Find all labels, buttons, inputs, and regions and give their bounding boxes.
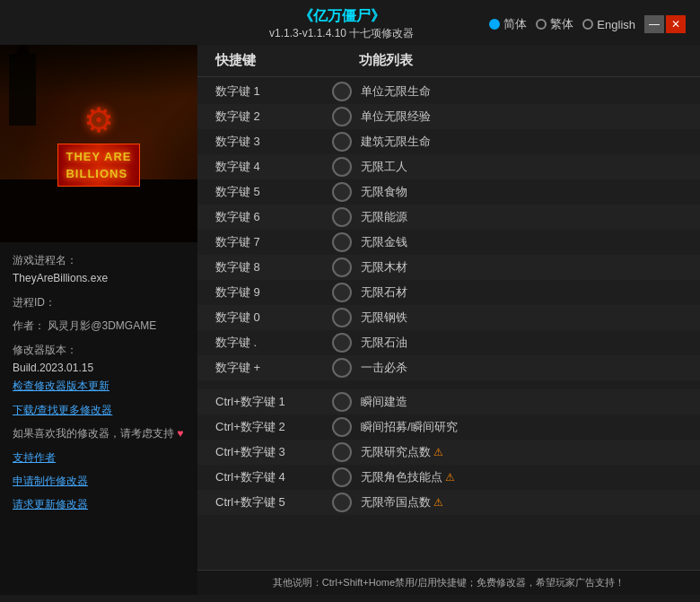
col-key-header: 快捷键 bbox=[215, 52, 359, 69]
window-buttons: — ✕ bbox=[644, 15, 686, 33]
shortcut-func-text: 无限工人 bbox=[361, 159, 682, 175]
lang-simplified[interactable]: 简体 bbox=[489, 16, 527, 32]
author-section: 作者： 风灵月影@3DMGAME bbox=[13, 317, 185, 335]
shortcut-toggle[interactable] bbox=[332, 257, 352, 277]
shortcut-func-text: 无限木材 bbox=[361, 259, 682, 275]
minimize-button[interactable]: — bbox=[644, 15, 664, 33]
shortcut-toggle[interactable] bbox=[332, 283, 352, 302]
shortcut-toggle[interactable] bbox=[332, 442, 352, 462]
process-section: 游戏进程名： TheyAreBillions.exe bbox=[13, 251, 185, 288]
shortcut-func-text: 无限帝国点数⚠ bbox=[361, 494, 682, 510]
table-header: 快捷键 功能列表 bbox=[197, 45, 700, 77]
shortcut-func-text: 无限角色技能点⚠ bbox=[361, 469, 682, 485]
shortcut-toggle[interactable] bbox=[332, 182, 352, 202]
support-section: 如果喜欢我的修改器，请考虑支持 ♥ bbox=[13, 424, 185, 442]
shortcut-func-text: 无限食物 bbox=[361, 184, 682, 200]
app-title: 《亿万僵尸》 bbox=[194, 7, 489, 26]
version-section: 修改器版本： Build.2023.01.15 检查修改器版本更新 bbox=[13, 341, 185, 396]
shortcut-row: 数字键 2单位无限经验 bbox=[197, 104, 700, 129]
left-panel: ⚙ THEY AREBILLIONS 游戏进程名： TheyAreBillion… bbox=[0, 45, 197, 595]
separator bbox=[197, 380, 700, 389]
shortcut-key-text: 数字键 0 bbox=[215, 310, 332, 326]
shortcut-toggle[interactable] bbox=[332, 308, 352, 327]
shortcut-func-text: 一击必杀 bbox=[361, 360, 682, 376]
shortcut-key-text: 数字键 6 bbox=[215, 209, 332, 225]
shortcut-key-text: 数字键 8 bbox=[215, 259, 332, 275]
download-section: 下载/查找更多修改器 bbox=[13, 401, 185, 419]
check-update-link[interactable]: 检查修改器版本更新 bbox=[13, 380, 109, 392]
lang-english[interactable]: English bbox=[582, 18, 635, 31]
shortcut-row: 数字键 +一击必杀 bbox=[197, 355, 700, 380]
download-link[interactable]: 下载/查找更多修改器 bbox=[13, 404, 112, 416]
shortcut-func-text: 瞬间建造 bbox=[361, 394, 682, 410]
game-logo-text: THEY AREBILLIONS bbox=[66, 150, 131, 180]
shortcut-key-text: 数字键 4 bbox=[215, 159, 332, 175]
game-cover: ⚙ THEY AREBILLIONS bbox=[0, 45, 197, 242]
shortcut-key-text: 数字键 3 bbox=[215, 134, 332, 150]
shortcut-key-text: Ctrl+数字键 1 bbox=[215, 394, 332, 410]
footer-bar: 其他说明：Ctrl+Shift+Home禁用/启用快捷键；免费修改器，希望玩家广… bbox=[197, 570, 700, 595]
left-info-section: 游戏进程名： TheyAreBillions.exe 进程ID： 作者： 风灵月… bbox=[0, 242, 197, 528]
shortcut-toggle[interactable] bbox=[332, 493, 352, 512]
shortcut-row: 数字键 4无限工人 bbox=[197, 154, 700, 179]
author-label: 作者： bbox=[13, 319, 45, 332]
request-update-section: 请求更新修改器 bbox=[13, 495, 185, 513]
shortcut-row: 数字键 9无限石材 bbox=[197, 280, 700, 305]
process-id-section: 进程ID： bbox=[13, 293, 185, 311]
shortcut-toggle[interactable] bbox=[332, 417, 352, 437]
shortcut-key-text: 数字键 7 bbox=[215, 234, 332, 250]
shortcut-func-text: 单位无限生命 bbox=[361, 83, 682, 100]
shortcuts-list: 数字键 1单位无限生命数字键 2单位无限经验数字键 3建筑无限生命数字键 4无限… bbox=[197, 77, 700, 570]
title-center: 《亿万僵尸》 v1.1.3-v1.1.4.10 十七项修改器 bbox=[194, 7, 489, 41]
shortcut-row: 数字键 3建筑无限生命 bbox=[197, 129, 700, 154]
shortcut-toggle[interactable] bbox=[332, 157, 352, 177]
shortcut-key-text: Ctrl+数字键 2 bbox=[215, 419, 332, 435]
main-layout: ⚙ THEY AREBILLIONS 游戏进程名： TheyAreBillion… bbox=[0, 45, 700, 595]
shortcut-row: 数字键 .无限石油 bbox=[197, 330, 700, 355]
shortcut-key-text: 数字键 . bbox=[215, 335, 332, 351]
shortcut-key-text: 数字键 + bbox=[215, 360, 332, 376]
shortcut-toggle[interactable] bbox=[332, 107, 352, 127]
shortcut-row: 数字键 1单位无限生命 bbox=[197, 79, 700, 104]
shortcut-toggle[interactable] bbox=[332, 467, 352, 487]
shortcut-toggle[interactable] bbox=[332, 232, 352, 252]
shortcut-row: 数字键 8无限木材 bbox=[197, 255, 700, 280]
heart-icon: ♥ bbox=[177, 427, 183, 440]
shortcut-row: Ctrl+数字键 4无限角色技能点⚠ bbox=[197, 465, 700, 490]
request-update-link[interactable]: 请求更新修改器 bbox=[13, 498, 88, 510]
shortcut-toggle[interactable] bbox=[332, 82, 352, 101]
title-bar: 《亿万僵尸》 v1.1.3-v1.1.4.10 十七项修改器 简体 繁体 Eng… bbox=[0, 0, 700, 45]
shortcut-key-text: 数字键 2 bbox=[215, 109, 332, 125]
shortcut-toggle[interactable] bbox=[332, 207, 352, 227]
shortcut-func-text: 无限石材 bbox=[361, 284, 682, 301]
radio-traditional bbox=[536, 19, 547, 30]
process-label: 游戏进程名： bbox=[13, 254, 77, 266]
shortcut-func-text: 无限石油 bbox=[361, 335, 682, 351]
radio-simplified bbox=[489, 19, 500, 30]
shortcut-row: 数字键 0无限钢铁 bbox=[197, 305, 700, 330]
lang-traditional[interactable]: 繁体 bbox=[536, 16, 573, 32]
shortcut-toggle[interactable] bbox=[332, 392, 352, 412]
shortcut-key-text: Ctrl+数字键 3 bbox=[215, 444, 332, 460]
version-value: Build.2023.01.15 bbox=[13, 362, 93, 374]
shortcut-func-text: 无限研究点数⚠ bbox=[361, 444, 682, 460]
shortcut-toggle[interactable] bbox=[332, 132, 352, 152]
close-button[interactable]: ✕ bbox=[666, 15, 686, 33]
shortcut-row: 数字键 7无限金钱 bbox=[197, 230, 700, 255]
shortcut-key-text: 数字键 9 bbox=[215, 284, 332, 301]
shortcut-row: Ctrl+数字键 3无限研究点数⚠ bbox=[197, 440, 700, 465]
request-make-link[interactable]: 申请制作修改器 bbox=[13, 475, 88, 487]
right-panel: 快捷键 功能列表 数字键 1单位无限生命数字键 2单位无限经验数字键 3建筑无限… bbox=[197, 45, 700, 595]
top-gradient bbox=[0, 45, 197, 99]
request-make-section: 申请制作修改器 bbox=[13, 472, 185, 490]
shortcut-toggle[interactable] bbox=[332, 358, 352, 378]
radio-english bbox=[582, 19, 593, 30]
warn-icon: ⚠ bbox=[433, 446, 443, 458]
shortcut-func-text: 无限能源 bbox=[361, 209, 682, 225]
support-link[interactable]: 支持作者 bbox=[13, 451, 56, 464]
warn-icon: ⚠ bbox=[433, 496, 443, 509]
shortcut-func-text: 无限钢铁 bbox=[361, 310, 682, 326]
shortcut-func-text: 无限金钱 bbox=[361, 234, 682, 250]
shortcut-toggle[interactable] bbox=[332, 333, 352, 353]
support-link-section: 支持作者 bbox=[13, 449, 185, 467]
